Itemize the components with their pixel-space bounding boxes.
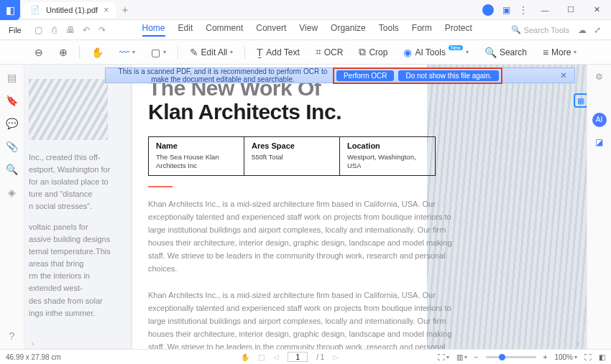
- minimize-button[interactable]: —: [536, 6, 553, 14]
- page-dimensions: 46.99 x 27.98 cm: [6, 353, 142, 361]
- search-placeholder: Search Tools: [524, 26, 569, 34]
- thumbnails-icon[interactable]: ▤: [7, 72, 17, 83]
- scroll-right-icon[interactable]: ›: [577, 340, 579, 347]
- zoom-value[interactable]: 100%▾: [554, 353, 577, 361]
- tab-organize[interactable]: Organize: [331, 23, 366, 37]
- tab-edit[interactable]: Edit: [178, 23, 193, 37]
- kebab-menu-icon[interactable]: ⋮: [519, 5, 528, 15]
- search-panel-icon[interactable]: 🔍: [6, 164, 18, 175]
- menu-tabs: Home Edit Comment Convert View Organize …: [142, 23, 472, 37]
- tab-convert[interactable]: Convert: [256, 23, 286, 37]
- col-area-hdr: Ares Space: [252, 141, 332, 150]
- zoom-in-icon[interactable]: +: [543, 353, 548, 361]
- fit-width-button[interactable]: ⛶▾: [438, 353, 449, 361]
- col-name-hdr: Name: [156, 141, 236, 150]
- headline-main: Klan Architects Inc.: [148, 100, 341, 123]
- left-rail: ▤ 🔖 💬 📎 🔍 ◈ ?: [0, 65, 24, 349]
- shape-tool[interactable]: ▢▾: [147, 45, 170, 60]
- ai-assistant-icon[interactable]: AI: [592, 113, 607, 127]
- zoom-in-button[interactable]: ⊕: [55, 45, 72, 60]
- add-text-button[interactable]: ṮAdd Text: [252, 45, 303, 60]
- col-loc-val: Westport, Washington, USA: [347, 153, 428, 171]
- accent-rule: [148, 186, 173, 187]
- reading-mode-icon[interactable]: ◧: [599, 353, 605, 361]
- fragment-para-1: Inc., created this off- estport, Washing…: [29, 151, 119, 213]
- toolbar: ⊖ ⊕ ✋ 〰▾ ▢▾ ✎Edit All▾ ṮAdd Text ⌗OCR ⧉C…: [0, 40, 611, 65]
- gift-icon[interactable]: ▣: [502, 5, 510, 15]
- attachments-icon[interactable]: 📎: [6, 141, 18, 152]
- search-icon: 🔍: [511, 25, 521, 34]
- tab-tools[interactable]: Tools: [379, 23, 399, 37]
- highlight-tool[interactable]: 〰▾: [115, 45, 139, 60]
- app-icon[interactable]: ◧: [0, 0, 20, 20]
- banner-close-icon[interactable]: ✕: [560, 70, 567, 80]
- zoom-slider[interactable]: [486, 356, 536, 358]
- comments-icon[interactable]: 💬: [6, 118, 18, 129]
- print-icon[interactable]: 🖶: [65, 25, 76, 35]
- redo-icon[interactable]: ↷: [96, 25, 108, 35]
- fragment-para-2: voltaic panels for assive building desig…: [29, 221, 119, 319]
- open-icon[interactable]: ▢: [33, 25, 45, 35]
- document-page: ▦ The New Work Of Klan Architects Inc. N…: [132, 65, 587, 349]
- statusbar: 46.99 x 27.98 cm ✋ ⬚ ◁ / 1 ▷ ⛶▾ ▥▾ − + 1…: [0, 349, 611, 364]
- save-icon[interactable]: ⎙: [49, 25, 60, 35]
- body-para-2: Khan Architects Inc., is a mid-sized arc…: [148, 289, 457, 349]
- col-loc-hdr: Location: [347, 141, 428, 150]
- info-table: Name The Sea House Klan Architects Inc A…: [148, 136, 436, 176]
- help-icon[interactable]: ?: [9, 330, 15, 342]
- page-number-input[interactable]: [288, 352, 308, 362]
- right-rail: ⚙ AI ◪: [587, 65, 611, 349]
- perform-ocr-button[interactable]: Perform OCR: [336, 70, 395, 81]
- ai-tools-button[interactable]: ◉AI ToolsNew▾: [399, 45, 472, 60]
- tab-protect[interactable]: Protect: [445, 23, 472, 37]
- search-button[interactable]: 🔍Search: [480, 45, 531, 60]
- user-avatar[interactable]: [482, 4, 494, 16]
- file-menu[interactable]: File: [4, 23, 26, 37]
- hand-mode-icon[interactable]: ✋: [241, 353, 249, 361]
- pdf-icon: 📄: [30, 5, 40, 14]
- hand-tool[interactable]: ✋: [87, 45, 108, 60]
- new-tab-button[interactable]: ＋: [120, 4, 130, 17]
- col-area-val: 550ft Total: [252, 153, 332, 162]
- prev-page-icon[interactable]: ◁: [273, 353, 279, 361]
- canvas: This is a scanned PDF, and it is recomme…: [24, 65, 587, 349]
- dont-show-again-button[interactable]: Do not show this file again.: [398, 70, 499, 81]
- bookmarks-icon[interactable]: 🔖: [6, 95, 18, 106]
- tab-home[interactable]: Home: [142, 23, 165, 37]
- ai-side-icon[interactable]: ◪: [595, 137, 603, 147]
- body-para-1: Khan Architects Inc., is a mid-sized arc…: [148, 197, 457, 276]
- tab-title: Untitled (1).pdf: [46, 6, 98, 14]
- undo-icon[interactable]: ↶: [81, 25, 92, 35]
- scroll-left-icon[interactable]: ‹: [32, 340, 34, 347]
- next-page-icon[interactable]: ▷: [333, 353, 339, 361]
- tab-form[interactable]: Form: [412, 23, 432, 37]
- tab-view[interactable]: View: [299, 23, 318, 37]
- settings-icon[interactable]: ⚙: [595, 72, 603, 82]
- prev-page-fragment: Inc., created this off- estport, Washing…: [24, 65, 127, 328]
- crop-button[interactable]: ⧉Crop: [354, 44, 392, 60]
- more-button[interactable]: ≡More▾: [538, 45, 582, 60]
- fullscreen-icon[interactable]: ⛶: [584, 353, 592, 361]
- building-image: [29, 79, 108, 140]
- tab-comment[interactable]: Comment: [206, 23, 243, 37]
- close-window-button[interactable]: ✕: [588, 5, 605, 14]
- ocr-message: This is a scanned PDF, and it is recomme…: [113, 67, 333, 83]
- cloud-icon[interactable]: ☁: [578, 25, 587, 35]
- view-mode-button[interactable]: ▥▾: [456, 353, 467, 361]
- maximize-button[interactable]: ☐: [562, 5, 579, 14]
- zoom-out-icon[interactable]: −: [474, 353, 479, 361]
- close-tab-icon[interactable]: ×: [104, 5, 109, 15]
- page-action-icon[interactable]: ▦: [574, 93, 587, 108]
- page-total: / 1: [316, 353, 324, 361]
- ocr-banner: This is a scanned PDF, and it is recomme…: [105, 67, 575, 83]
- ocr-button[interactable]: ⌗OCR: [311, 44, 348, 60]
- search-tools[interactable]: 🔍 Search Tools: [511, 25, 569, 34]
- titlebar: ◧ 📄 Untitled (1).pdf × ＋ ▣ ⋮ — ☐ ✕: [0, 0, 611, 20]
- col-name-val: The Sea House Klan Architects Inc: [156, 153, 236, 171]
- expand-icon[interactable]: ⤢: [594, 25, 601, 35]
- select-mode-icon[interactable]: ⬚: [258, 353, 265, 361]
- zoom-out-button[interactable]: ⊖: [30, 45, 47, 60]
- edit-all-button[interactable]: ✎Edit All▾: [185, 45, 238, 60]
- document-tab[interactable]: 📄 Untitled (1).pdf ×: [23, 2, 116, 18]
- layers-icon[interactable]: ◈: [8, 187, 16, 198]
